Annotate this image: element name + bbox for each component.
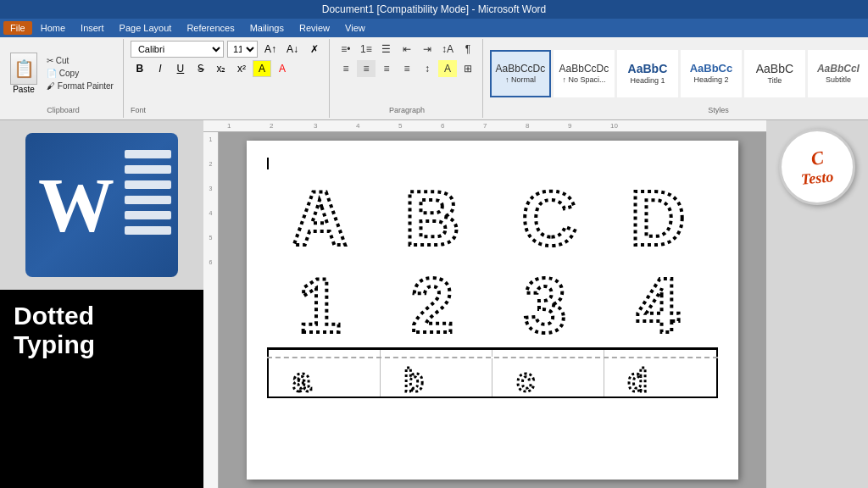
copy-button[interactable]: 📄 Copy xyxy=(44,68,116,79)
style-heading1-button[interactable]: AaBbC Heading 1 xyxy=(617,50,678,97)
style-title-label: Title xyxy=(768,76,782,85)
menu-page-layout[interactable]: Page Layout xyxy=(113,21,179,35)
show-hide-button[interactable]: ¶ xyxy=(459,41,477,58)
highlight-button[interactable]: A xyxy=(253,60,271,77)
lowercase-a-cell: a xyxy=(269,358,381,396)
italic-button[interactable]: I xyxy=(151,60,170,77)
style-heading2-preview: AaBbCc xyxy=(690,63,733,74)
paste-button[interactable]: 📋 Paste xyxy=(8,51,39,96)
superscript-button[interactable]: x² xyxy=(232,60,251,77)
letter-A-svg: A xyxy=(277,173,370,253)
left-sidebar: W Dotted Typing xyxy=(0,120,203,488)
letter-d-small-svg: d xyxy=(608,361,684,395)
letter-D-svg: D xyxy=(615,173,709,253)
horizontal-ruler: 1 2 3 4 5 6 7 8 9 10 xyxy=(203,120,766,132)
style-title-button[interactable]: AaBbC Title xyxy=(744,50,805,97)
styles-section: AaBbCcDc ↑ Normal AaBbCcDc ↑ No Spaci...… xyxy=(485,39,868,118)
multilevel-button[interactable]: ☰ xyxy=(377,41,396,58)
font-name-select[interactable]: Calibri xyxy=(131,41,224,58)
bullets-button[interactable]: ≡• xyxy=(337,41,355,58)
para-row1: ≡• 1≡ ☰ ⇤ ⇥ ↕A ¶ xyxy=(337,41,477,58)
grow-font-button[interactable]: A↑ xyxy=(261,41,280,58)
font-label: Font xyxy=(131,106,324,116)
number-4-svg: 4 xyxy=(615,260,709,341)
svg-text:d: d xyxy=(627,363,647,395)
svg-text:B: B xyxy=(404,176,459,253)
align-left-button[interactable]: ≡ xyxy=(337,60,355,77)
font-row2: B I U S̶ x₂ x² A A xyxy=(131,60,324,77)
style-subtitle-preview: AaBbCcI xyxy=(817,64,860,74)
word-line-1 xyxy=(125,150,171,158)
cut-button[interactable]: ✂ Cut xyxy=(44,55,116,66)
lowercase-grid: a b c xyxy=(267,358,718,398)
paste-label: Paste xyxy=(13,85,35,94)
clipboard-small-btns: ✂ Cut 📄 Copy 🖌 Format Painter xyxy=(42,53,118,93)
watermark-text: Testo xyxy=(800,168,834,188)
menu-insert[interactable]: Insert xyxy=(74,21,111,35)
right-watermark-area: C Testo xyxy=(766,120,868,488)
menu-bar: File Home Insert Page Layout References … xyxy=(0,19,868,37)
menu-home[interactable]: Home xyxy=(34,21,72,35)
strikethrough-button[interactable]: S̶ xyxy=(192,60,210,77)
title-text: Document1 [Compatibility Mode] - Microso… xyxy=(322,3,547,15)
font-row1: Calibri 11 A↑ A↓ ✗ xyxy=(131,41,324,58)
grid-cell-2 xyxy=(381,350,492,357)
style-heading2-button[interactable]: AaBbCc Heading 2 xyxy=(681,50,742,97)
word-line-6 xyxy=(125,226,171,235)
title-bar: Document1 [Compatibility Mode] - Microso… xyxy=(0,0,868,19)
word-logo-w: W xyxy=(38,162,114,249)
document-page[interactable]: A B C D xyxy=(247,141,738,480)
letter-B-svg: B xyxy=(390,173,483,253)
increase-indent-button[interactable]: ⇥ xyxy=(418,41,437,58)
uppercase-letters-row: A B C D xyxy=(267,173,718,253)
style-subtitle-button[interactable]: AaBbCcI Subtitle xyxy=(808,50,868,97)
decrease-indent-button[interactable]: ⇤ xyxy=(398,41,416,58)
bold-button[interactable]: B xyxy=(131,60,149,77)
numbering-button[interactable]: 1≡ xyxy=(357,41,376,58)
shading-button[interactable]: A xyxy=(438,60,457,77)
style-subtitle-label: Subtitle xyxy=(826,75,851,84)
style-heading2-label: Heading 2 xyxy=(693,75,728,84)
page-container[interactable]: A B C D xyxy=(219,132,766,488)
svg-text:2: 2 xyxy=(410,263,453,341)
style-normal-button[interactable]: AaBbCcDc ↑ Normal xyxy=(490,50,551,97)
underline-button[interactable]: U xyxy=(171,60,190,77)
borders-button[interactable]: ⊞ xyxy=(459,60,477,77)
font-size-select[interactable]: 11 xyxy=(227,41,258,58)
style-no-spacing-label: ↑ No Spaci... xyxy=(562,75,605,84)
svg-text:C: C xyxy=(521,176,576,253)
shrink-font-button[interactable]: A↓ xyxy=(283,41,302,58)
number-1-svg: 1 xyxy=(277,260,370,341)
letter-C-svg: C xyxy=(503,173,596,253)
grid-cell-4 xyxy=(604,350,716,357)
style-title-preview: AaBbC xyxy=(756,63,793,75)
style-normal-label: ↑ Normal xyxy=(505,75,536,84)
word-line-3 xyxy=(125,180,171,189)
grid-cell-3 xyxy=(492,350,604,357)
style-no-spacing-button[interactable]: AaBbCcDc ↑ No Spaci... xyxy=(554,50,615,97)
subscript-button[interactable]: x₂ xyxy=(212,60,231,77)
justify-button[interactable]: ≡ xyxy=(398,60,416,77)
menu-mailings[interactable]: Mailings xyxy=(243,21,291,35)
svg-text:D: D xyxy=(630,176,685,253)
font-color-button[interactable]: A xyxy=(273,60,292,77)
number-2-svg: 2 xyxy=(390,260,483,341)
paragraph-label: Paragraph xyxy=(337,106,477,116)
menu-references[interactable]: References xyxy=(180,21,241,35)
menu-file[interactable]: File xyxy=(3,21,32,35)
number-3-svg: 3 xyxy=(503,260,596,341)
letter-c-small-svg: c xyxy=(496,361,572,395)
align-right-button[interactable]: ≡ xyxy=(377,60,396,77)
word-logo-bg: W xyxy=(25,133,178,277)
clipboard-section: 📋 Paste ✂ Cut 📄 Copy 🖌 Format Painter Cl… xyxy=(3,39,124,118)
svg-text:4: 4 xyxy=(636,263,678,341)
sort-button[interactable]: ↕A xyxy=(438,41,457,58)
align-center-button[interactable]: ≡ xyxy=(357,60,376,77)
svg-text:b: b xyxy=(403,363,423,395)
menu-review[interactable]: Review xyxy=(292,21,337,35)
line-spacing-button[interactable]: ↕ xyxy=(418,60,437,77)
clear-format-button[interactable]: ✗ xyxy=(305,41,324,58)
format-painter-button[interactable]: 🖌 Format Painter xyxy=(44,80,116,92)
styles-label: Styles xyxy=(490,106,868,116)
menu-view[interactable]: View xyxy=(338,21,372,35)
